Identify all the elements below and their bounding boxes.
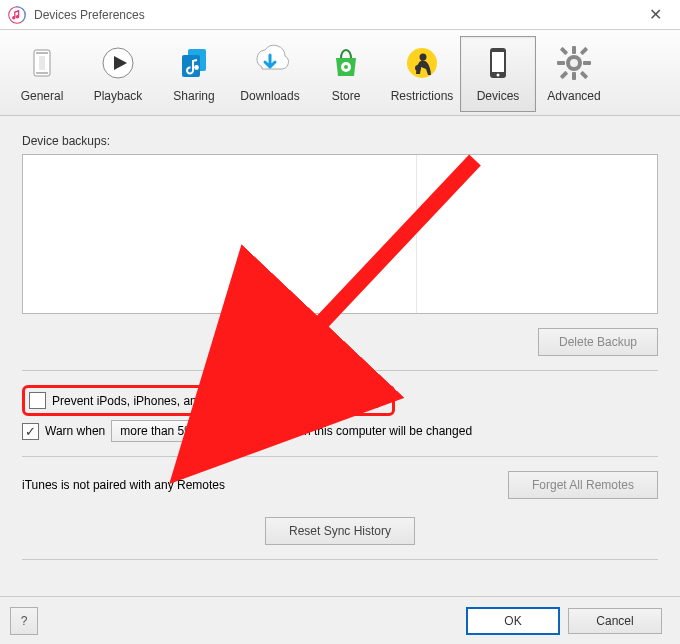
divider bbox=[22, 559, 658, 560]
svg-rect-26 bbox=[580, 46, 588, 54]
device-backups-label: Device backups: bbox=[22, 134, 658, 148]
devices-icon bbox=[476, 41, 520, 85]
tab-store[interactable]: Store bbox=[308, 36, 384, 112]
svg-point-10 bbox=[194, 65, 199, 70]
reset-sync-history-button[interactable]: Reset Sync History bbox=[265, 517, 415, 545]
tab-label: General bbox=[21, 89, 64, 103]
divider bbox=[22, 456, 658, 457]
devices-panel: Device backups: Delete Backup Prevent iP… bbox=[0, 116, 680, 568]
svg-point-15 bbox=[415, 65, 421, 71]
warn-when-row: ✓ Warn when more than 5% of the data on … bbox=[22, 420, 658, 442]
cancel-button[interactable]: Cancel bbox=[568, 608, 662, 634]
device-backups-list[interactable] bbox=[22, 154, 658, 314]
svg-rect-17 bbox=[492, 52, 504, 72]
tab-restrictions[interactable]: Restrictions bbox=[384, 36, 460, 112]
tab-devices[interactable]: Devices bbox=[460, 36, 536, 112]
prevent-sync-checkbox[interactable] bbox=[29, 392, 46, 409]
svg-rect-24 bbox=[560, 46, 568, 54]
tab-label: Advanced bbox=[547, 89, 600, 103]
tab-label: Downloads bbox=[240, 89, 299, 103]
tab-general[interactable]: General bbox=[4, 36, 80, 112]
remotes-status-text: iTunes is not paired with any Remotes bbox=[22, 478, 225, 492]
svg-rect-23 bbox=[583, 61, 591, 65]
tab-label: Devices bbox=[477, 89, 520, 103]
prevent-sync-checkbox-row: Prevent iPods, iPhones, and iPads from s… bbox=[22, 385, 395, 416]
svg-rect-5 bbox=[39, 56, 45, 70]
tab-advanced[interactable]: Advanced bbox=[536, 36, 612, 112]
svg-point-18 bbox=[497, 73, 500, 76]
tab-label: Restrictions bbox=[391, 89, 454, 103]
dialog-footer: ? OK Cancel bbox=[0, 596, 680, 644]
svg-rect-27 bbox=[560, 70, 568, 78]
tab-playback[interactable]: Playback bbox=[80, 36, 156, 112]
delete-backup-button[interactable]: Delete Backup bbox=[538, 328, 658, 356]
warn-when-selected: more than 5% bbox=[120, 424, 195, 438]
divider bbox=[22, 370, 658, 371]
tab-label: Playback bbox=[94, 89, 143, 103]
forget-all-remotes-button[interactable]: Forget All Remotes bbox=[508, 471, 658, 499]
playback-icon bbox=[96, 41, 140, 85]
general-icon bbox=[20, 41, 64, 85]
tab-label: Sharing bbox=[173, 89, 214, 103]
preferences-tab-bar: General Playback Sharing bbox=[0, 30, 680, 116]
help-button[interactable]: ? bbox=[10, 607, 38, 635]
prevent-sync-label: Prevent iPods, iPhones, and iPads from s… bbox=[52, 394, 382, 408]
svg-rect-21 bbox=[572, 72, 576, 80]
close-button[interactable]: ✕ bbox=[639, 1, 672, 28]
gear-icon bbox=[552, 41, 596, 85]
warn-when-prefix: Warn when bbox=[45, 424, 105, 438]
svg-point-28 bbox=[570, 59, 578, 67]
svg-point-12 bbox=[344, 65, 348, 69]
svg-rect-3 bbox=[36, 52, 48, 54]
svg-point-14 bbox=[420, 53, 427, 60]
tab-label: Store bbox=[332, 89, 361, 103]
itunes-logo-icon bbox=[8, 6, 26, 24]
tab-downloads[interactable]: Downloads bbox=[232, 36, 308, 112]
svg-rect-25 bbox=[580, 70, 588, 78]
svg-rect-22 bbox=[557, 61, 565, 65]
warn-when-checkbox[interactable]: ✓ bbox=[22, 423, 39, 440]
restrictions-icon bbox=[400, 41, 444, 85]
sharing-icon bbox=[172, 41, 216, 85]
warn-when-suffix: of the data on this computer will be cha… bbox=[237, 424, 472, 438]
ok-button[interactable]: OK bbox=[466, 607, 560, 635]
warn-when-select[interactable]: more than 5% bbox=[111, 420, 231, 442]
downloads-icon bbox=[248, 41, 292, 85]
store-icon bbox=[324, 41, 368, 85]
svg-rect-20 bbox=[572, 46, 576, 54]
title-bar: Devices Preferences ✕ bbox=[0, 0, 680, 30]
window-title: Devices Preferences bbox=[34, 8, 639, 22]
svg-rect-4 bbox=[36, 72, 48, 74]
tab-sharing[interactable]: Sharing bbox=[156, 36, 232, 112]
